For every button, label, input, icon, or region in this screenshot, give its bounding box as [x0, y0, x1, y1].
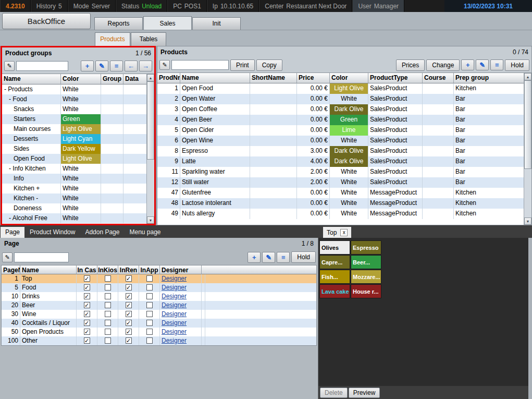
product-list-button[interactable]: ≡ [490, 59, 503, 70]
in-ren-checkbox-checked[interactable]: ✓ [126, 329, 132, 335]
product-group-row[interactable]: SnacksWhite [2, 104, 146, 114]
column-header-prep-group[interactable]: Prep group [454, 73, 524, 83]
products-scrollbar[interactable]: ▲ ▼ [524, 73, 531, 225]
column-header-pagenr[interactable]: PageNr [2, 265, 20, 274]
in-app-checkbox[interactable] [146, 275, 153, 282]
in-ren-checkbox-checked[interactable]: ✓ [126, 275, 132, 282]
in-kiosk-checkbox[interactable] [105, 293, 111, 299]
product-group-row[interactable]: Main coursesLight Olive [2, 124, 146, 134]
product-group-row[interactable]: Kitchen +White [2, 184, 146, 194]
product-group-row[interactable]: DonenessWhite [2, 203, 146, 213]
in-app-checkbox[interactable] [146, 337, 153, 344]
page-row[interactable]: 40Cocktails / Liquor✓✓Designer [2, 319, 316, 328]
edit-product-button[interactable]: ✎ [476, 59, 489, 70]
products-filter-input[interactable] [171, 60, 229, 70]
in-kiosk-checkbox[interactable] [105, 320, 111, 326]
designer-link[interactable]: Designer [162, 337, 187, 344]
add-group-button[interactable]: + [81, 61, 94, 71]
product-group-row[interactable]: Open FoodLight Olive [2, 154, 146, 164]
product-group-row[interactable]: DessertsLight Cyan [2, 134, 146, 144]
column-header-name[interactable]: Name [2, 74, 61, 84]
in-kiosk-checkbox[interactable] [105, 302, 111, 308]
product-row[interactable]: 4Open Beer0.00 €GreenSalesProductBar [157, 115, 524, 125]
column-header-course[interactable]: Course [423, 73, 454, 83]
scrollbar-thumb[interactable] [147, 81, 154, 160]
product-group-row[interactable]: - FoodWhite [2, 94, 146, 104]
in-cash-checkbox-checked[interactable]: ✓ [84, 337, 90, 344]
print-button[interactable]: Print [230, 59, 255, 71]
tab-menu-page[interactable]: Menu page [125, 227, 165, 238]
in-app-checkbox[interactable] [146, 293, 153, 299]
tab-page[interactable]: Page [1, 227, 24, 238]
designer-link[interactable]: Designer [162, 275, 187, 282]
page-row[interactable]: 20Beer✓✓Designer [2, 301, 316, 310]
column-header-producttype[interactable]: ProductType [368, 73, 423, 83]
product-button-espresso[interactable]: Espresso [351, 240, 381, 255]
add-page-button[interactable]: + [248, 252, 261, 263]
page-row[interactable]: 10Drinks✓✓Designer [2, 292, 316, 301]
product-group-row[interactable]: - Info KitchenWhite [2, 164, 146, 174]
scroll-up-icon[interactable]: ▲ [524, 73, 531, 80]
copy-button[interactable]: Copy [256, 59, 282, 71]
in-kiosk-checkbox[interactable] [105, 275, 111, 282]
scroll-up-icon[interactable]: ▲ [147, 74, 154, 81]
product-row[interactable]: 47Glutenfree0.00 €WhiteMessageProductKit… [157, 188, 524, 198]
product-button-lava-cake[interactable]: Lava cake [319, 284, 350, 298]
designer-link[interactable]: Designer [162, 293, 187, 300]
product-group-row[interactable]: InfoWhite [2, 174, 146, 184]
in-ren-checkbox-checked[interactable]: ✓ [126, 320, 132, 326]
in-cash-checkbox-checked[interactable]: ✓ [84, 329, 90, 335]
product-row[interactable]: 11Sparkling water2.00 €WhiteSalesProduct… [157, 167, 524, 177]
edit-filter-button[interactable]: ✎ [159, 60, 170, 70]
in-cash-checkbox-checked[interactable]: ✓ [84, 311, 90, 317]
page-row[interactable]: 100Other✓✓Designer [2, 336, 316, 345]
page-row[interactable]: 50Open Products✓✓Designer [2, 328, 316, 336]
edit-filter-button[interactable]: ✎ [4, 61, 15, 71]
product-button-capre[interactable]: Capre... [319, 255, 350, 269]
group-list-button[interactable]: ≡ [110, 61, 123, 71]
page-row[interactable]: 30Wine✓✓Designer [2, 310, 316, 319]
prices-button[interactable]: Prices [396, 59, 425, 71]
change-button[interactable]: Change [426, 59, 460, 71]
page-list-button[interactable]: ≡ [277, 252, 290, 263]
in-app-checkbox[interactable] [146, 320, 153, 326]
product-row[interactable]: 49Nuts allergy0.00 €WhiteMessageProductK… [157, 209, 524, 219]
product-row[interactable]: 8Espresso3.00 €Dark OliveSalesProductBar [157, 146, 524, 156]
edit-filter-button[interactable]: ✎ [2, 252, 13, 262]
column-header-data[interactable]: Data [123, 74, 146, 84]
product-group-row[interactable]: - Alcohol FreeWhite [2, 213, 146, 223]
page-row[interactable]: 5Food✓✓Designer [2, 283, 316, 292]
product-row[interactable]: 3Open Coffee0.00 €Dark OliveSalesProduct… [157, 104, 524, 115]
designer-link[interactable]: Designer [162, 310, 187, 318]
product-row[interactable]: 5Open Cider0.00 €LimeSalesProductBar [157, 125, 524, 136]
in-kiosk-checkbox[interactable] [105, 329, 111, 335]
move-group-left-button[interactable]: ← [125, 61, 138, 71]
product-group-row[interactable]: StartersGreen [2, 114, 146, 124]
product-row[interactable]: 1Open Food0.00 €Light OliveSalesProductK… [157, 83, 524, 94]
user-indicator[interactable]: User Manager [352, 0, 404, 12]
column-header-inren[interactable]: InRen [118, 265, 139, 274]
tab-reports[interactable]: Reports [94, 17, 143, 30]
product-button-olives[interactable]: Olives [319, 240, 350, 255]
column-header-color[interactable]: Color [61, 74, 101, 84]
product-row[interactable]: 6Open Wine0.00 €WhiteSalesProductBar [157, 136, 524, 146]
preview-button[interactable]: Preview [349, 388, 380, 398]
close-icon[interactable]: x [340, 229, 348, 236]
product-groups-scrollbar[interactable]: ▲ ▼ [146, 74, 154, 224]
product-button-house-r[interactable]: House r... [351, 284, 381, 298]
column-header-name[interactable]: Name [20, 265, 77, 274]
hold-button[interactable]: Hold [291, 251, 316, 263]
in-ren-checkbox-checked[interactable]: ✓ [126, 284, 132, 291]
page-row[interactable]: 1Top✓✓Designer [2, 274, 316, 283]
scrollbar-thumb[interactable] [524, 80, 531, 169]
tab-sales[interactable]: Sales [143, 16, 192, 30]
hold-button[interactable]: Hold [505, 59, 529, 71]
subtab-tables[interactable]: Tables [131, 32, 166, 46]
product-groups-filter-input[interactable] [16, 61, 68, 71]
move-group-right-button[interactable]: → [139, 61, 152, 71]
subtab-products[interactable]: Products [95, 32, 130, 46]
column-header-color[interactable]: Color [330, 73, 368, 83]
scroll-down-icon[interactable]: ▼ [524, 217, 531, 225]
product-row[interactable]: 9Latte4.00 €Dark OliveSalesProductBar [157, 156, 524, 167]
product-row[interactable]: 12Still water2.00 €WhiteSalesProductBar [157, 177, 524, 188]
